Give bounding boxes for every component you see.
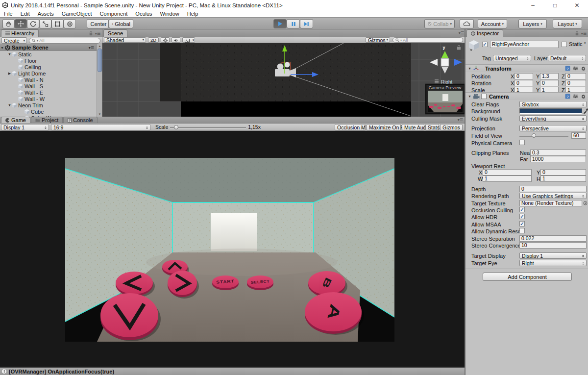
account-dropdown[interactable]: Account▾	[478, 19, 507, 28]
scale-tool-button[interactable]	[39, 19, 51, 28]
foldout-icon[interactable]: ▼	[7, 52, 12, 56]
rotation-x-field[interactable]: 0	[514, 80, 533, 86]
tree-item-wall-e[interactable]: Wall - E	[0, 89, 102, 96]
layer-dropdown[interactable]: Default	[548, 55, 586, 61]
panel-menu-icon[interactable]: ▾☰	[459, 31, 464, 35]
tree-item-floor[interactable]: Floor	[0, 57, 102, 64]
scene-gizmos-dropdown[interactable]: Gizmos ▾	[366, 37, 390, 43]
layout-dropdown[interactable]: Layout▾	[553, 19, 582, 28]
hierarchy-scrollbar[interactable]: ▲ ▼	[97, 44, 102, 117]
fov-slider-thumb[interactable]	[532, 133, 536, 138]
gizmo-center-cube[interactable]	[441, 58, 449, 66]
static-dropdown-caret[interactable]: ▾	[584, 41, 586, 45]
menu-edit[interactable]: Edit	[17, 11, 34, 17]
pause-button[interactable]	[287, 19, 300, 28]
tab-game[interactable]: Game	[1, 117, 30, 123]
inspector-splitter[interactable]	[465, 29, 466, 375]
position-x-field[interactable]: 0	[514, 73, 533, 79]
tree-item-cube[interactable]: Cube	[0, 108, 102, 115]
menu-assets[interactable]: Assets	[34, 11, 58, 17]
tree-item-neon-trim[interactable]: ▼Neon Trim	[0, 102, 102, 108]
rect-tool-button[interactable]	[51, 19, 64, 28]
allow-hdr-checkbox[interactable]	[519, 214, 525, 219]
scale-slider[interactable]	[170, 124, 246, 130]
pivot-mode-button[interactable]: Center	[87, 19, 109, 28]
fov-field[interactable]: 60	[571, 132, 586, 139]
scroll-up-arrow[interactable]: ▲	[97, 44, 102, 49]
foldout-icon[interactable]: ▼	[7, 103, 12, 107]
rotation-y-field[interactable]: 0	[540, 80, 559, 86]
static-checkbox[interactable]	[562, 42, 567, 47]
eyedropper-icon[interactable]	[583, 108, 588, 114]
background-color-swatch[interactable]	[519, 108, 582, 114]
menu-component[interactable]: Component	[96, 11, 131, 17]
maximize-on-play-button[interactable]: Maximize On Play	[367, 124, 401, 130]
tag-dropdown[interactable]: Untagged	[493, 55, 531, 61]
presets-icon[interactable]	[573, 94, 578, 99]
viewport-w-field[interactable]: 1	[483, 175, 532, 182]
foldout-icon[interactable]: ▶	[7, 72, 12, 75]
panel-menu-icon[interactable]: ▾☰	[458, 118, 463, 122]
game-viewport[interactable]: START SELECT B A	[0, 131, 465, 367]
culling-mask-dropdown[interactable]: Everything	[519, 115, 587, 122]
scene-viewport[interactable]: y z Right Camera Preview	[102, 43, 466, 117]
near-field[interactable]: 0.3	[530, 150, 586, 156]
status-bar[interactable]: [OVRManager] OnApplicationFocus(true)	[0, 367, 465, 375]
panel-menu-icon[interactable]: ▾☰	[95, 31, 100, 36]
play-button[interactable]	[273, 19, 287, 28]
tree-item-wall-s[interactable]: Wall - S	[0, 83, 102, 89]
foldout-icon[interactable]: ▼	[467, 67, 472, 70]
gameobject-icon[interactable]	[468, 39, 480, 51]
hierarchy-search-input[interactable]: ▾ All	[29, 38, 100, 44]
rotate-tool-button[interactable]	[27, 19, 39, 28]
hand-tool-button[interactable]	[2, 19, 15, 28]
layers-dropdown[interactable]: Layers▾	[518, 19, 547, 28]
transform-header[interactable]: ▼ Transform ?	[466, 64, 588, 72]
target-display-dropdown[interactable]: Display 1	[519, 252, 587, 259]
cloud-button[interactable]	[460, 19, 474, 28]
menu-file[interactable]: File	[0, 11, 17, 17]
tab-scene[interactable]: Scene	[103, 29, 127, 37]
scene-search-input[interactable]: ▾ All	[392, 37, 463, 43]
position-z-field[interactable]: 0	[565, 73, 586, 79]
gear-icon[interactable]	[581, 94, 586, 99]
help-icon[interactable]: ?	[565, 94, 570, 99]
minimize-button[interactable]: –	[522, 0, 544, 10]
hierarchy-root-row[interactable]: ▼ Sample Scene ▾☰	[0, 44, 102, 51]
move-tool-button[interactable]	[15, 19, 27, 28]
depth-field[interactable]: 0	[519, 186, 587, 192]
active-checkbox[interactable]	[482, 42, 488, 47]
lock-icon[interactable]	[89, 31, 93, 36]
gameobject-name-field[interactable]: RightEyeAnchor	[490, 41, 559, 48]
game-gizmos-dropdown[interactable]: Gizmos	[440, 124, 463, 130]
far-field[interactable]: 1000	[530, 156, 586, 162]
mute-audio-button[interactable]: Mute Audio	[402, 124, 424, 130]
help-icon[interactable]: ?	[565, 66, 570, 71]
tab-project[interactable]: Project	[31, 117, 63, 123]
target-eye-dropdown[interactable]: Right	[519, 260, 587, 266]
collab-button[interactable]: Collab▾	[424, 19, 455, 28]
scroll-down-arrow[interactable]: ▼	[97, 112, 102, 117]
clear-flags-dropdown[interactable]: Skybox	[519, 101, 587, 107]
projection-dropdown[interactable]: Perspective	[519, 125, 587, 131]
gear-icon[interactable]	[581, 66, 586, 71]
create-dropdown[interactable]: Create ▾	[1, 37, 27, 44]
draw-mode-dropdown[interactable]: Shaded ▾	[104, 37, 146, 43]
scene-lighting-button[interactable]	[161, 37, 170, 43]
display-dropdown[interactable]: Display 1	[1, 124, 49, 130]
menu-window[interactable]: Window	[156, 11, 183, 17]
tab-console[interactable]: Console	[63, 117, 97, 123]
menu-gameobject[interactable]: GameObject	[58, 11, 96, 17]
menu-help[interactable]: Help	[183, 11, 202, 17]
stats-button[interactable]: Stats	[425, 124, 439, 130]
occlusion-dropdown[interactable]: Occlusion Me:	[335, 124, 366, 130]
lock-icon[interactable]	[575, 31, 579, 36]
add-component-button[interactable]: Add Component	[483, 273, 572, 281]
close-button[interactable]: ✕	[566, 0, 588, 10]
scene-audio-button[interactable]	[172, 37, 180, 43]
scrollbar-thumb[interactable]	[98, 49, 102, 72]
rotation-z-field[interactable]: 0	[565, 80, 586, 86]
stereo-separation-field[interactable]: 0.022	[519, 235, 587, 242]
allow-dynamic-resolution-checkbox[interactable]	[519, 228, 525, 233]
tab-inspector[interactable]: Inspector	[466, 29, 503, 37]
